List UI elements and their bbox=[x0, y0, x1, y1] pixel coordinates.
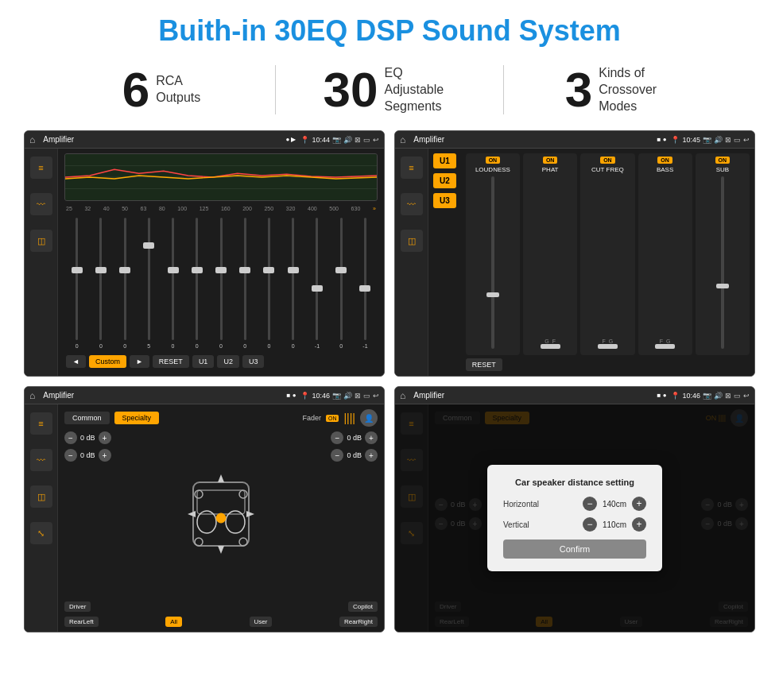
slider-thumb-11[interactable] bbox=[312, 285, 323, 292]
slider-thumb-13[interactable] bbox=[359, 285, 370, 292]
loudness-thumb[interactable] bbox=[486, 292, 499, 297]
speaker-icon[interactable]: ◫ bbox=[30, 230, 52, 252]
slider-track-6[interactable] bbox=[196, 218, 198, 340]
screen2-home-icon[interactable]: ⌂ bbox=[400, 134, 405, 145]
screen2-speaker-icon[interactable]: ◫ bbox=[401, 230, 423, 252]
phat-f-thumb[interactable] bbox=[548, 344, 560, 349]
stat-crossover-label: Kinds ofCrossover Modes bbox=[599, 65, 670, 114]
slider-thumb-4[interactable] bbox=[143, 242, 154, 249]
u3-button[interactable]: U3 bbox=[242, 355, 265, 368]
screen3-main: Common Specialty Fader ON |||| 👤 − bbox=[58, 404, 384, 632]
copilot-button[interactable]: Copilot bbox=[348, 601, 378, 612]
screen3-back-icon[interactable]: ↩ bbox=[373, 392, 379, 400]
driver-button[interactable]: Driver bbox=[64, 601, 91, 612]
screen3-eq-icon[interactable]: ≡ bbox=[30, 412, 52, 435]
vertical-plus-button[interactable]: + bbox=[632, 517, 646, 532]
slider-thumb-12[interactable] bbox=[335, 267, 347, 273]
screen3-volume-icon: 🔊 bbox=[343, 392, 352, 400]
svg-point-8 bbox=[216, 513, 226, 523]
db-plus-3[interactable]: + bbox=[365, 431, 378, 444]
confirm-button[interactable]: Confirm bbox=[503, 540, 646, 559]
eq-icon[interactable]: ≡ bbox=[30, 157, 52, 179]
screen3-expand-icon[interactable]: ⤡ bbox=[30, 522, 52, 544]
db-plus-2[interactable]: + bbox=[99, 449, 111, 462]
slider-thumb-9[interactable] bbox=[263, 267, 274, 273]
rearleft-button[interactable]: RearLeft bbox=[64, 617, 99, 627]
slider-track-4[interactable] bbox=[148, 218, 150, 340]
screen2-u2-button[interactable]: U2 bbox=[433, 173, 456, 188]
slider-thumb-2[interactable] bbox=[95, 267, 107, 273]
slider-thumb-10[interactable] bbox=[288, 267, 299, 273]
slider-track-13[interactable] bbox=[364, 218, 366, 340]
slider-track-8[interactable] bbox=[244, 218, 246, 340]
slider-thumb-1[interactable] bbox=[72, 267, 83, 273]
slider-track-12[interactable] bbox=[340, 218, 343, 340]
fader-row: Fader ON |||| bbox=[302, 412, 355, 424]
user-button[interactable]: User bbox=[250, 617, 273, 627]
screen3-wave-icon[interactable]: 〰 bbox=[30, 449, 52, 471]
vertical-minus-button[interactable]: − bbox=[583, 517, 597, 532]
slider-thumb-7[interactable] bbox=[215, 267, 227, 273]
db-minus-2[interactable]: − bbox=[64, 449, 77, 462]
slider-thumb-6[interactable] bbox=[192, 267, 203, 273]
screen3-speaker-icon[interactable]: ◫ bbox=[30, 485, 52, 508]
slider-track-2[interactable] bbox=[99, 218, 102, 340]
specialty-tab[interactable]: Specialty bbox=[114, 412, 160, 424]
slider-track-7[interactable] bbox=[220, 218, 223, 340]
wave-icon[interactable]: 〰 bbox=[30, 193, 52, 215]
home-icon[interactable]: ⌂ bbox=[29, 134, 35, 145]
slider-track-5[interactable] bbox=[172, 218, 174, 340]
db-minus-3[interactable]: − bbox=[331, 431, 343, 444]
db-minus-1[interactable]: − bbox=[64, 431, 77, 444]
screen3-home-icon[interactable]: ⌂ bbox=[29, 390, 35, 401]
db-control-4: − 0 dB + bbox=[331, 449, 378, 462]
screen2-wave-icon[interactable]: 〰 bbox=[401, 193, 423, 215]
screen3-location-icon: 📍 bbox=[300, 392, 309, 400]
sub-on[interactable]: ON bbox=[715, 157, 731, 164]
slider-thumb-3[interactable] bbox=[119, 267, 130, 273]
screen4-home-icon[interactable]: ⌂ bbox=[400, 390, 405, 401]
bass-g-thumb[interactable] bbox=[662, 344, 675, 349]
horizontal-plus-button[interactable]: + bbox=[632, 497, 646, 511]
all-button[interactable]: All bbox=[165, 617, 182, 627]
fader-on-badge[interactable]: ON bbox=[326, 415, 339, 422]
cutfreq-g-thumb[interactable] bbox=[605, 344, 618, 349]
u2-button[interactable]: U2 bbox=[217, 355, 239, 368]
tab-row: Common Specialty Fader ON |||| 👤 bbox=[64, 409, 378, 427]
back-icon[interactable]: ↩ bbox=[373, 136, 379, 144]
slider-thumb-5[interactable] bbox=[168, 267, 179, 273]
sub-thumb[interactable] bbox=[716, 284, 729, 288]
loudness-on[interactable]: ON bbox=[486, 157, 501, 164]
next-button[interactable]: ► bbox=[130, 355, 149, 368]
loudness-slider[interactable] bbox=[491, 176, 494, 349]
reset-button[interactable]: RESET bbox=[153, 355, 189, 368]
user-avatar[interactable]: 👤 bbox=[360, 409, 378, 427]
common-tab[interactable]: Common bbox=[64, 412, 110, 424]
slider-11: -1 bbox=[306, 216, 327, 349]
slider-track-1[interactable] bbox=[76, 218, 78, 340]
slider-track-3[interactable] bbox=[124, 218, 126, 340]
screen2-eq-icon[interactable]: ≡ bbox=[401, 157, 423, 179]
slider-track-9[interactable] bbox=[268, 218, 270, 340]
u1-button[interactable]: U1 bbox=[192, 355, 215, 368]
db-plus-1[interactable]: + bbox=[99, 431, 111, 444]
screen4-back-icon[interactable]: ↩ bbox=[743, 392, 750, 400]
screen2-u3-button[interactable]: U3 bbox=[433, 193, 456, 208]
sub-slider[interactable] bbox=[721, 176, 724, 349]
bass-on[interactable]: ON bbox=[657, 157, 672, 164]
slider-track-10[interactable] bbox=[292, 218, 294, 340]
screen2-u1-button[interactable]: U1 bbox=[433, 153, 456, 168]
slider-track-11[interactable] bbox=[316, 218, 318, 340]
screen2-back-icon[interactable]: ↩ bbox=[743, 136, 750, 144]
slider-thumb-8[interactable] bbox=[239, 267, 250, 273]
custom-button[interactable]: Custom bbox=[89, 355, 126, 368]
rearright-button[interactable]: RearRight bbox=[339, 617, 378, 627]
horizontal-minus-button[interactable]: − bbox=[583, 497, 597, 511]
db-minus-4[interactable]: − bbox=[331, 449, 343, 462]
cutfreq-on[interactable]: ON bbox=[600, 157, 615, 164]
screen2-reset-button[interactable]: RESET bbox=[466, 358, 502, 371]
screen2-location-icon: 📍 bbox=[671, 136, 680, 144]
prev-button[interactable]: ◄ bbox=[66, 355, 86, 368]
phat-on[interactable]: ON bbox=[543, 157, 558, 164]
db-plus-4[interactable]: + bbox=[365, 449, 378, 462]
